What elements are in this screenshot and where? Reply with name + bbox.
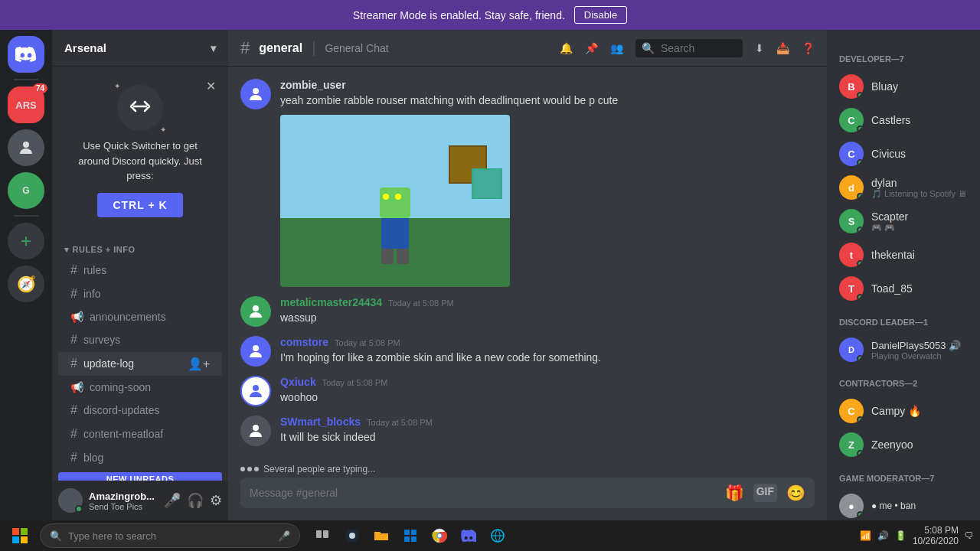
search-box[interactable]: 🔍 Search [635, 39, 743, 57]
taskbar-app-task-view[interactable] [309, 523, 337, 548]
member-civicus[interactable]: C Civicus [833, 137, 974, 171]
message-avatar [240, 296, 271, 327]
inbox-icon[interactable]: 📥 [776, 42, 789, 54]
taskbar-app-steam[interactable] [338, 523, 366, 548]
channel-blog[interactable]: # blog [58, 446, 222, 469]
mic-icon[interactable]: 🎤 [164, 492, 181, 509]
taskbar-app-browser[interactable] [484, 523, 511, 548]
message-group: SWmart_blocks Today at 5:08 PM It will b… [240, 416, 815, 446]
hash-icon: # [70, 287, 77, 301]
channel-name-label: update-log [83, 357, 134, 370]
disable-streamer-button[interactable]: Disable [574, 6, 627, 24]
channel-info[interactable]: # info [58, 282, 222, 305]
message-input[interactable] [250, 478, 719, 508]
download-icon[interactable]: ⬇ [755, 42, 764, 54]
svg-rect-11 [323, 530, 328, 538]
new-unreads-bar: NEW UNREADS [58, 472, 222, 481]
taskbar-search[interactable]: 🔍 Type here to search 🎤 [40, 523, 300, 548]
chevron-right-icon: ▾ [64, 245, 70, 255]
svg-rect-15 [411, 530, 416, 535]
taskbar: 🔍 Type here to search 🎤 📶 🔊 🔋 [0, 520, 980, 551]
server-2-icon[interactable] [8, 129, 44, 166]
hash-icon: # [70, 427, 77, 441]
help-icon[interactable]: ❓ [802, 42, 815, 54]
hash-icon: # [70, 357, 77, 370]
message-text: yeah zombie rabble rouser matching with … [280, 93, 815, 109]
taskbar-app-folder[interactable] [368, 523, 395, 548]
channel-update-log[interactable]: # update-log 👤+ [58, 352, 222, 376]
channel-discord-updates[interactable]: # discord-updates [58, 399, 222, 422]
category-rules-info[interactable]: ▾ RULES + INFO [52, 242, 228, 258]
taskbar-app-store[interactable] [397, 523, 424, 548]
status-gaming [857, 355, 864, 362]
taskbar-mic-icon[interactable]: 🎤 [278, 530, 290, 542]
members-icon[interactable]: 👥 [610, 42, 623, 54]
settings-icon[interactable]: ⚙ [210, 492, 222, 509]
taskbar-sound-icon[interactable]: 🔊 [877, 530, 889, 541]
user-bar: Amazingrob... Send Toe Pics 🎤 🎧 ⚙ [52, 481, 228, 520]
member-scapter[interactable]: S Scapter 🎮 🎮 [833, 204, 974, 238]
channel-name-label: info [83, 288, 101, 300]
game-screenshot [280, 115, 510, 287]
member-castlers[interactable]: C Castlers [833, 103, 974, 137]
emoji-icon[interactable]: 😊 [786, 484, 805, 502]
discord-home-icon[interactable] [8, 36, 44, 73]
streamer-banner-text: Streamer Mode is enabled. Stay safe, fri… [353, 9, 565, 21]
channel-surveys[interactable]: # surveys [58, 328, 222, 351]
channel-rules[interactable]: # rules [58, 259, 222, 282]
hash-icon: # [70, 451, 77, 465]
message-content: SWmart_blocks Today at 5:08 PM It will b… [280, 416, 815, 446]
member-dylan[interactable]: d dylan 🎵 Listening to Spotify 🖥 [833, 171, 974, 204]
members-category-developer: DEVELOPER—7 [833, 51, 974, 67]
pin-icon[interactable]: 📌 [585, 42, 598, 54]
taskbar-app-chrome[interactable] [426, 523, 453, 548]
separator: | [312, 39, 315, 57]
member-bluay[interactable]: B Bluay [833, 70, 974, 103]
svg-rect-7 [21, 528, 28, 535]
member-thekentai[interactable]: t thekentai [833, 238, 974, 272]
message-group: metalicmaster24434 Today at 5:08 PM wass… [240, 296, 815, 327]
member-danielplays[interactable]: D DanielPlays5053 🔊 Playing Overwatch [833, 333, 974, 367]
chevron-down-icon: ▾ [211, 42, 216, 54]
member-avatar: S [839, 209, 864, 233]
quick-switcher-shortcut-button[interactable]: CTRL + K [97, 193, 182, 217]
message-group: comstore Today at 5:08 PM I'm hoping for… [240, 336, 815, 367]
taskbar-notification-icon[interactable]: 🗨 [965, 530, 974, 541]
server-arsenal-icon[interactable]: ARS 74 [8, 86, 44, 123]
channel-content-meatloaf[interactable]: # content-meatloaf [58, 422, 222, 445]
member-toad85[interactable]: T Toad_85 [833, 272, 974, 305]
message-content: zombie_user yeah zombie rabble rouser ma… [280, 79, 815, 287]
gif-icon[interactable]: GIF [753, 484, 777, 502]
member-avatar: B [839, 74, 864, 99]
typing-dots [240, 467, 259, 471]
explore-icon[interactable]: 🧭 [8, 266, 44, 302]
gift-icon[interactable]: 🎁 [725, 484, 744, 502]
status-online [857, 92, 864, 99]
channel-announcements[interactable]: 📢 announcements [58, 306, 222, 328]
taskbar-network-icon[interactable]: 📶 [860, 530, 871, 541]
close-popup-button[interactable]: ✕ [206, 79, 216, 93]
add-server-icon[interactable]: + [8, 223, 44, 259]
member-me-ban[interactable]: ● ● me • ban [833, 489, 974, 520]
taskbar-app-discord[interactable] [455, 523, 482, 548]
server-3-icon[interactable]: G [8, 172, 44, 209]
channel-coming-soon[interactable]: 📢 coming-soon [58, 377, 222, 398]
bell-icon[interactable]: 🔔 [560, 42, 573, 54]
announce-icon: 📢 [70, 381, 83, 393]
char-leg-left [381, 249, 394, 264]
channel-hash-icon: # [240, 38, 250, 58]
add-user-icon[interactable]: 👤+ [188, 357, 210, 371]
taskbar-battery-icon[interactable]: 🔋 [895, 530, 906, 541]
svg-point-2 [253, 305, 259, 311]
streamer-banner: Streamer Mode is enabled. Stay safe, fri… [0, 0, 980, 30]
member-campy[interactable]: C Campy 🔥 [833, 394, 974, 428]
message-content: Qxiuck Today at 5:08 PM woohoo [280, 376, 815, 406]
start-button[interactable] [3, 523, 37, 548]
hash-icon: # [70, 333, 77, 347]
username: Amazingrob... [89, 491, 158, 502]
headphone-icon[interactable]: 🎧 [187, 492, 204, 509]
message-input-icons: 🎁 GIF 😊 [725, 484, 805, 502]
message-timestamp: Today at 5:08 PM [335, 338, 400, 347]
member-zeenyoo[interactable]: Z Zeenyoo [833, 428, 974, 461]
sidebar-header[interactable]: Arsenal ▾ [52, 30, 228, 67]
